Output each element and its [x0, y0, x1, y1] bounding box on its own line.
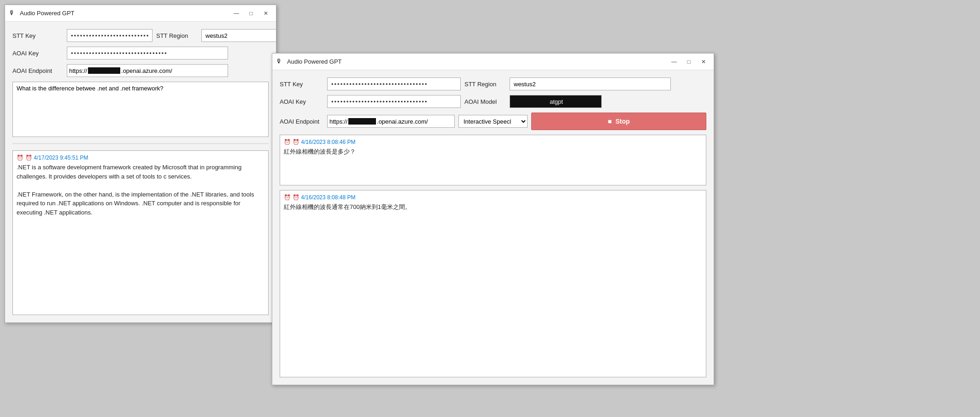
minimize-button-2[interactable]: — [668, 57, 681, 67]
maximize-button-2[interactable]: □ [682, 57, 695, 67]
chat-q-box[interactable]: ⏰ ⏰ 4/16/2023 8:08:46 PM 紅外線相機的波長是多少？ [280, 135, 706, 185]
app-icon-1: 🎙 [9, 9, 17, 18]
query-textarea[interactable]: What is the difference betwee .net and .… [12, 82, 269, 137]
maximize-button-1[interactable]: □ [245, 8, 258, 18]
w2-aoai-model-field: atgpt [510, 95, 602, 108]
endpoint-suffix: .openai.azure.com/ [121, 67, 172, 74]
chat-q-text: 紅外線相機的波長是多少？ [284, 147, 702, 156]
w2-endpoint-suffix: .openai.azure.com/ [377, 118, 428, 125]
chat-a-text: 紅外線相機的波長通常在700納米到1毫米之間。 [284, 203, 702, 212]
endpoint-prefix: https:// [69, 67, 87, 74]
clock-icon-1: ⏰ [17, 155, 23, 161]
divider-1 [12, 143, 269, 144]
title-bar-1: 🎙 Audio Powered GPT — □ ✕ [5, 5, 276, 22]
window-2: 🎙 Audio Powered GPT — □ ✕ STT Key STT Re… [272, 53, 714, 385]
w2-aoai-endpoint-label: AOAI Endpoint [280, 118, 323, 125]
minimize-button-1[interactable]: — [230, 8, 243, 18]
speech-mode-dropdown[interactable]: Interactive Speecl [458, 115, 528, 128]
aoai-endpoint-row: AOAI Endpoint https:// .openai.azure.com… [12, 64, 269, 77]
aoai-endpoint-field: https:// .openai.azure.com/ [67, 64, 228, 77]
w2-stt-region-input[interactable] [510, 77, 671, 90]
aoai-key-row: AOAI Key [12, 47, 269, 60]
w2-aoai-key-label: AOAI Key [280, 98, 323, 105]
stt-key-label: STT Key [12, 32, 63, 39]
aoai-endpoint-label: AOAI Endpoint [12, 67, 63, 74]
window-2-body: STT Key STT Region AOAI Key AOAI Model a… [272, 70, 714, 385]
aoai-key-input[interactable] [67, 47, 228, 60]
w2-stt-key-input[interactable] [327, 77, 461, 90]
response-text-1: .NET is a software development framework… [17, 163, 264, 217]
model-suffix: atgpt [550, 98, 563, 105]
clock-icon-a: ⏰ [284, 194, 291, 201]
window-1: 🎙 Audio Powered GPT — □ ✕ STT Key STT Re… [5, 5, 276, 323]
chat-a-box[interactable]: ⏰ ⏰ 4/16/2023 8:08:48 PM 紅外線相機的波長通常在700納… [280, 190, 706, 377]
stt-key-input[interactable] [67, 29, 153, 42]
w2-aoai-model-label: AOAI Model [464, 98, 506, 105]
w2-endpoint-prefix: https:// [329, 118, 347, 125]
w2-stt-row: STT Key STT Region [280, 77, 706, 90]
window-2-controls: — □ ✕ [668, 57, 710, 67]
w2-aoai-endpoint-row: AOAI Endpoint https:// .openai.azure.com… [280, 113, 706, 130]
chat-a-timestamp: ⏰ ⏰ 4/16/2023 8:08:48 PM [284, 194, 702, 201]
model-redacted [512, 98, 549, 105]
endpoint-redacted [88, 67, 120, 74]
response-box-1[interactable]: ⏰ ⏰ 4/17/2023 9:45:51 PM .NET is a softw… [12, 150, 269, 315]
stop-icon: ■ [608, 118, 611, 125]
w2-stt-key-label: STT Key [280, 81, 323, 88]
w2-aoai-endpoint-field: https:// .openai.azure.com/ [327, 115, 455, 128]
aoai-key-label: AOAI Key [12, 50, 63, 57]
window-1-body: STT Key STT Region AOAI Key AOAI Endpoin… [5, 22, 276, 322]
w2-aoai-key-row: AOAI Key AOAI Model atgpt [280, 95, 706, 108]
close-button-2[interactable]: ✕ [697, 57, 710, 67]
w2-stt-region-label: STT Region [464, 81, 506, 88]
response-timestamp-1: ⏰ ⏰ 4/17/2023 9:45:51 PM [17, 155, 264, 161]
window-1-controls: — □ ✕ [230, 8, 272, 18]
w2-aoai-key-input[interactable] [327, 95, 461, 108]
w2-endpoint-redacted [348, 118, 376, 125]
stt-region-label: STT Region [156, 32, 198, 39]
stt-region-input[interactable] [201, 29, 276, 42]
app-icon-2: 🎙 [276, 58, 284, 66]
window-2-title: Audio Powered GPT [287, 58, 668, 65]
chat-q-timestamp: ⏰ ⏰ 4/16/2023 8:08:46 PM [284, 139, 702, 145]
close-button-1[interactable]: ✕ [259, 8, 272, 18]
clock-icon-q: ⏰ [284, 139, 291, 145]
stop-button[interactable]: ■ Stop [531, 113, 706, 130]
stop-label: Stop [616, 118, 630, 125]
title-bar-2: 🎙 Audio Powered GPT — □ ✕ [272, 54, 714, 70]
window-1-title: Audio Powered GPT [20, 10, 230, 17]
stt-key-row: STT Key STT Region [12, 29, 269, 42]
